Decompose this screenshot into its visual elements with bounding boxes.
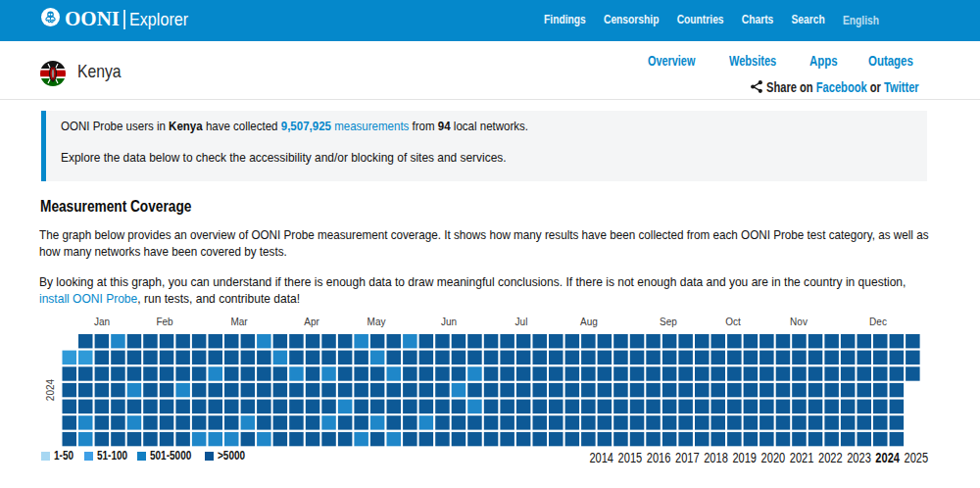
svg-text:Mar: Mar: [230, 317, 248, 327]
svg-text:Apr: Apr: [304, 317, 319, 327]
svg-text:Feb: Feb: [156, 317, 173, 327]
svg-text:Jul: Jul: [515, 317, 528, 327]
svg-text:Sep: Sep: [660, 317, 677, 327]
svg-text:Dec: Dec: [869, 317, 887, 327]
svg-text:Nov: Nov: [790, 317, 808, 327]
svg-text:Oct: Oct: [725, 317, 741, 327]
svg-text:Jun: Jun: [441, 317, 457, 327]
svg-text:Jan: Jan: [94, 317, 110, 327]
svg-text:May: May: [368, 317, 386, 327]
svg-text:2024: 2024: [45, 378, 56, 401]
svg-text:Aug: Aug: [580, 317, 598, 327]
